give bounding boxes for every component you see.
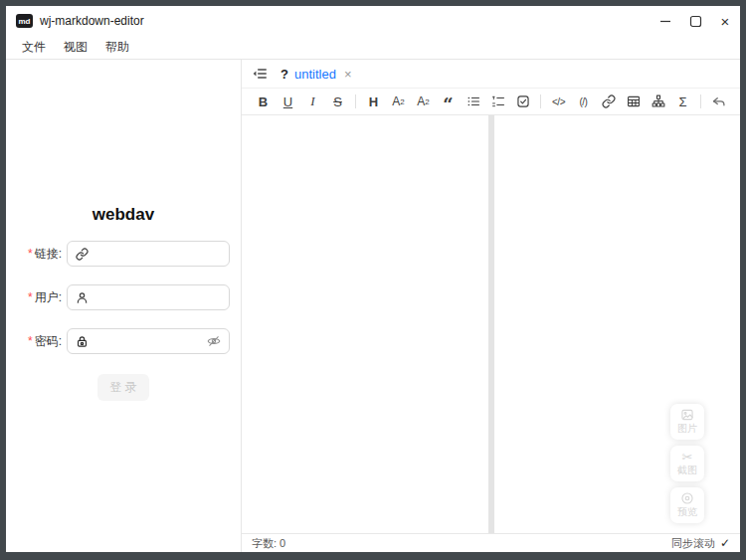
window-title: wj-markdown-editor	[40, 14, 144, 28]
required-mark: *	[28, 290, 33, 304]
link-icon	[76, 248, 89, 261]
tab-modified-mark: ?	[280, 67, 288, 82]
tabbar: ? untitled ×	[242, 60, 740, 89]
ordered-list-icon	[491, 94, 505, 108]
insert-image-button[interactable]: 图片	[670, 404, 704, 440]
screenshot-button[interactable]: ✂ 截图	[670, 446, 704, 481]
maximize-button[interactable]	[680, 6, 710, 36]
floating-actions: 图片 ✂ 截图 预览	[670, 404, 704, 523]
formula-button[interactable]: Σ	[670, 89, 695, 114]
user-input-wrap	[67, 284, 230, 310]
ordered-list-button[interactable]	[485, 89, 510, 114]
close-button[interactable]: ×	[710, 6, 740, 36]
menu-file[interactable]: 文件	[13, 37, 55, 58]
titlebar: md wj-markdown-editor ×	[6, 6, 740, 36]
webdav-password-row: *密码:	[10, 328, 230, 354]
user-input[interactable]	[94, 290, 221, 304]
inline-code-button[interactable]: </>	[546, 89, 571, 114]
sync-scroll-label: 同步滚动	[671, 536, 715, 551]
main-area: ? untitled × B U I S H A2 A2 “	[242, 60, 740, 552]
preview-button[interactable]: 预览	[670, 487, 704, 523]
minimize-icon	[659, 15, 671, 27]
link-label: *链接:	[10, 246, 62, 263]
sidebar-webdav: webdav *链接: *用户: *密码:	[6, 60, 242, 552]
link-input[interactable]	[94, 247, 221, 261]
toolbar-divider	[355, 94, 356, 108]
table-icon	[627, 94, 641, 108]
menu-view[interactable]: 视图	[55, 37, 96, 58]
app-window: md wj-markdown-editor × 文件 视图 帮助 webdav	[6, 6, 740, 552]
heading-button[interactable]: H	[361, 89, 386, 114]
underline-button[interactable]: U	[276, 89, 300, 114]
unordered-list-button[interactable]	[461, 89, 485, 114]
app-logo-icon: md	[16, 14, 33, 28]
flowchart-button[interactable]	[646, 89, 670, 114]
italic-button[interactable]: I	[300, 89, 325, 114]
insert-image-label: 图片	[677, 422, 697, 436]
required-mark: *	[28, 334, 33, 348]
sync-scroll-toggle[interactable]: 同步滚动 ✓	[671, 536, 730, 551]
task-list-button[interactable]	[510, 89, 535, 114]
strikethrough-button[interactable]: S	[325, 89, 350, 114]
toolbar-divider	[540, 94, 541, 108]
tab-title: untitled	[294, 67, 336, 82]
required-mark: *	[28, 247, 33, 261]
insert-link-button[interactable]	[596, 89, 621, 114]
check-icon: ✓	[720, 536, 730, 550]
blockquote-button[interactable]: “	[436, 89, 461, 114]
menu-fold-icon[interactable]	[252, 66, 268, 82]
editor-split: 图片 ✂ 截图 预览	[242, 115, 740, 533]
window-frame: md wj-markdown-editor × 文件 视图 帮助 webdav	[0, 0, 746, 560]
tab-close-icon[interactable]: ×	[344, 67, 352, 82]
insert-link-icon	[602, 94, 616, 108]
undo-icon	[711, 94, 726, 109]
lock-icon	[76, 335, 89, 348]
login-button[interactable]: 登 录	[97, 374, 149, 401]
preview-label: 预览	[677, 505, 697, 519]
code-block-button[interactable]: (/)	[571, 89, 596, 114]
task-list-icon	[516, 94, 530, 108]
link-input-wrap	[67, 241, 230, 267]
user-label: *用户:	[10, 289, 62, 306]
image-icon	[680, 408, 694, 422]
user-icon	[76, 291, 89, 304]
editor-toolbar: B U I S H A2 A2 “	[242, 89, 740, 115]
password-input-wrap	[67, 328, 230, 354]
editor-pane[interactable]	[242, 115, 488, 533]
word-count: 字数: 0	[252, 536, 285, 551]
maximize-icon	[689, 15, 702, 28]
undo-button[interactable]	[706, 89, 731, 114]
password-input[interactable]	[94, 334, 207, 348]
menu-help[interactable]: 帮助	[96, 37, 138, 58]
webdav-link-row: *链接:	[10, 241, 230, 267]
menubar: 文件 视图 帮助	[6, 36, 740, 59]
minimize-button[interactable]	[651, 6, 680, 36]
tab-untitled[interactable]: ? untitled ×	[280, 67, 351, 82]
superscript-button[interactable]: A2	[411, 89, 436, 114]
subscript-button[interactable]: A2	[386, 89, 411, 114]
insert-table-button[interactable]	[621, 89, 646, 114]
webdav-user-row: *用户:	[10, 284, 230, 310]
webdav-form-title: webdav	[6, 205, 241, 225]
bold-button[interactable]: B	[251, 89, 276, 114]
eye-invisible-icon[interactable]	[207, 334, 221, 348]
screenshot-label: 截图	[677, 464, 697, 477]
flowchart-icon	[652, 94, 665, 108]
scissors-icon: ✂	[682, 451, 693, 464]
preview-icon	[680, 491, 694, 505]
password-label: *密码:	[10, 333, 62, 350]
statusbar: 字数: 0 同步滚动 ✓	[242, 533, 740, 552]
unordered-list-icon	[466, 94, 480, 108]
content: webdav *链接: *用户: *密码:	[6, 59, 740, 552]
window-controls: ×	[651, 6, 740, 36]
toolbar-divider	[700, 94, 701, 108]
